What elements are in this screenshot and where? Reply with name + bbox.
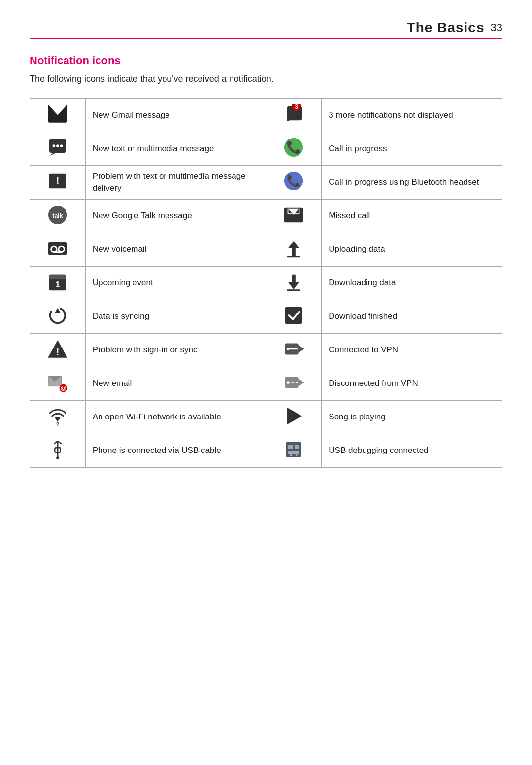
svg-text:!: !: [56, 346, 59, 357]
sms-icon: [30, 132, 86, 166]
table-row: ? An open Wi-Fi network is available Son…: [30, 400, 502, 434]
svg-marker-43: [299, 345, 304, 352]
svg-rect-60: [288, 445, 293, 449]
svg-text:!: !: [56, 174, 59, 186]
right-label-7: Connected to VPN: [322, 333, 502, 367]
header-line: The Basics 33: [30, 20, 502, 39]
section-title: Notification icons: [30, 54, 502, 67]
right-label-5: Downloading data: [322, 266, 502, 300]
right-label-4: Uploading data: [322, 233, 502, 266]
svg-rect-31: [49, 274, 66, 279]
voicemail-icon: [30, 233, 86, 266]
table-row: 1 Upcoming event Downloading data: [30, 266, 502, 300]
table-row: Phone is connected via USB cable USB deb…: [30, 434, 502, 467]
svg-text:📞: 📞: [286, 140, 301, 155]
left-label-10: Phone is connected via USB cable: [85, 434, 266, 467]
svg-marker-10: [49, 153, 56, 156]
download-done-icon: [266, 300, 322, 333]
svg-point-8: [56, 144, 59, 147]
sync-icon: [30, 300, 86, 333]
svg-text:?: ?: [56, 421, 59, 426]
svg-point-9: [60, 144, 63, 147]
svg-rect-37: [285, 307, 302, 323]
right-label-9: Song is playing: [322, 400, 502, 434]
left-label-1: New text or multimedia message: [85, 132, 266, 166]
usb-debug-icon: [266, 434, 322, 467]
svg-text:1: 1: [55, 279, 60, 289]
svg-marker-28: [288, 241, 299, 256]
svg-marker-53: [287, 407, 302, 424]
table-row: New voicemail Uploading data: [30, 233, 502, 266]
right-label-3: Missed call: [322, 199, 502, 233]
svg-point-58: [56, 456, 59, 459]
svg-text:📞: 📞: [287, 174, 301, 188]
left-label-9: An open Wi-Fi network is available: [85, 400, 266, 434]
svg-marker-36: [55, 308, 60, 313]
svg-rect-34: [287, 289, 300, 291]
play-icon: [266, 400, 322, 434]
svg-text:@: @: [61, 385, 66, 391]
svg-rect-62: [288, 451, 299, 454]
more-notif-icon: 3: [266, 99, 322, 132]
wifi-icon: ?: [30, 400, 86, 434]
svg-marker-33: [288, 274, 299, 289]
email-icon: @: [30, 367, 86, 400]
svg-rect-61: [295, 445, 299, 449]
table-row: New Gmail message 3 3 more notifications…: [30, 99, 502, 132]
usb-icon: [30, 434, 86, 467]
left-label-4: New voicemail: [85, 233, 266, 266]
right-label-8: Disconnected from VPN: [322, 367, 502, 400]
missed-call-icon: [266, 199, 322, 233]
vpn-icon: [266, 333, 322, 367]
left-label-8: New email: [85, 367, 266, 400]
left-label-2: Problem with text or multimedia message …: [85, 166, 266, 200]
table-row: Data is syncing Download finished: [30, 300, 502, 333]
vpn-off-icon: [266, 367, 322, 400]
svg-marker-51: [299, 379, 304, 386]
call-bt-icon: 📞: [266, 166, 322, 200]
call-progress-icon: 📞: [266, 132, 322, 166]
right-label-0: 3 more notifications not displayed: [322, 99, 502, 132]
left-label-7: Problem with sign-in or sync: [85, 333, 266, 367]
mms-error-icon: !: [30, 166, 86, 200]
section-desc: The following icons indicate that you've…: [30, 74, 502, 84]
right-label-6: Download finished: [322, 300, 502, 333]
table-row: ! Problem with text or multimedia messag…: [30, 166, 502, 200]
left-label-6: Data is syncing: [85, 300, 266, 333]
gmail-icon: [30, 99, 86, 132]
table-row: talk New Google Talk message Missed call: [30, 199, 502, 233]
table-row: New text or multimedia message 📞 Call in…: [30, 132, 502, 166]
right-label-2: Call in progress using Bluetooth headset: [322, 166, 502, 200]
right-label-10: USB debugging connected: [322, 434, 502, 467]
calendar-icon: 1: [30, 266, 86, 300]
left-label-0: New Gmail message: [85, 99, 266, 132]
header-page: 33: [491, 21, 502, 34]
svg-rect-63: [290, 453, 292, 456]
svg-text:3: 3: [295, 104, 299, 110]
svg-text:talk: talk: [52, 212, 63, 219]
sync-error-icon: !: [30, 333, 86, 367]
table-row: ! Problem with sign-in or sync Connected…: [30, 333, 502, 367]
svg-rect-59: [286, 442, 301, 457]
table-row: @ New email Disconnected from VPN: [30, 367, 502, 400]
header-title: The Basics: [407, 20, 485, 35]
left-label-5: Upcoming event: [85, 266, 266, 300]
left-label-3: New Google Talk message: [85, 199, 266, 233]
right-label-1: Call in progress: [322, 132, 502, 166]
notification-table: New Gmail message 3 3 more notifications…: [30, 98, 502, 468]
svg-point-7: [52, 144, 55, 147]
svg-rect-29: [287, 256, 300, 257]
upload-icon: [266, 233, 322, 266]
download-icon: [266, 266, 322, 300]
svg-rect-64: [296, 453, 298, 456]
talk-icon: talk: [30, 199, 86, 233]
